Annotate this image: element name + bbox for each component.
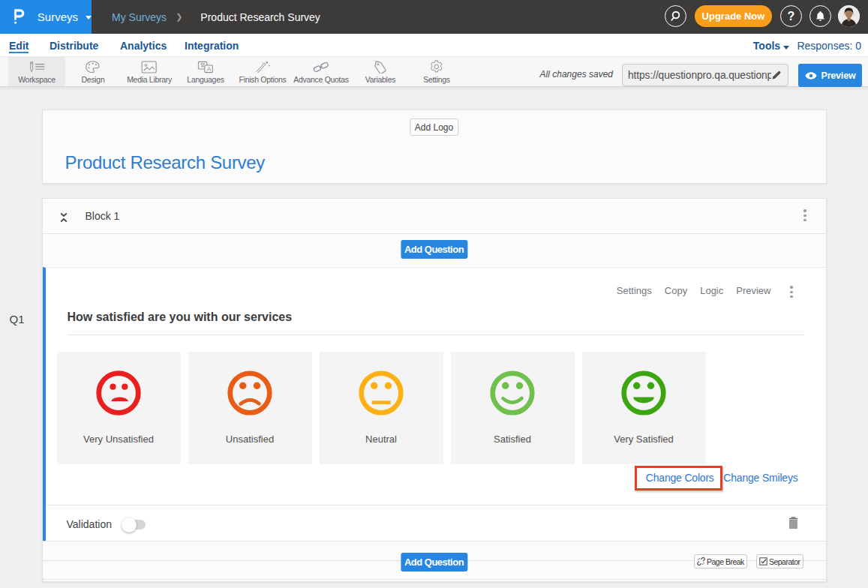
svg-text:A: A	[207, 65, 212, 73]
